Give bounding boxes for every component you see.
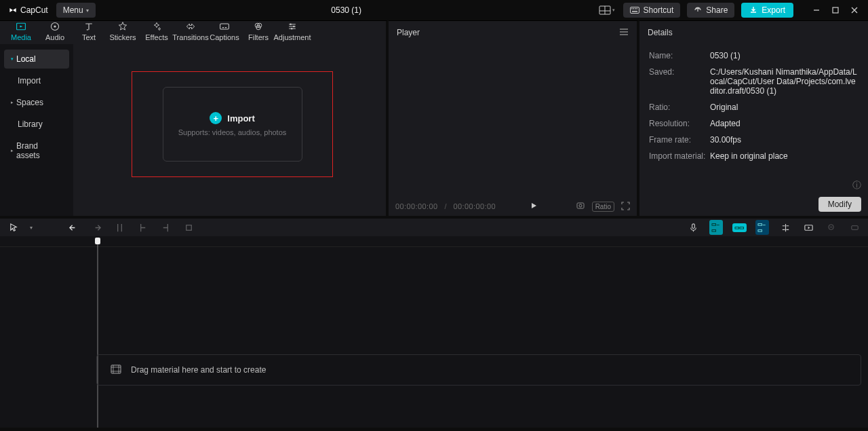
tab-adjustment[interactable]: Adjustment (275, 20, 309, 44)
preview-render-button[interactable] (802, 221, 815, 234)
sidebar-item-local[interactable]: ▾Local (4, 50, 69, 69)
tab-stickers[interactable]: Stickers (106, 20, 140, 44)
timeline-drop-hint: Drag material here and start to create (131, 365, 266, 375)
details-title: Details (648, 28, 673, 37)
fullscreen-button[interactable] (621, 202, 630, 212)
import-dropzone[interactable]: + Import Supports: videos, audios, photo… (163, 87, 302, 162)
trim-left-button (136, 221, 149, 234)
svg-point-20 (291, 28, 292, 29)
titlebar: CapCut Menu ▾ 0530 (1) ▾ Shortcut Share … (0, 0, 868, 20)
titlebar-right: ▾ Shortcut Share Export (597, 3, 864, 18)
film-icon (111, 364, 121, 376)
svg-point-19 (293, 26, 294, 27)
help-icon[interactable]: ⓘ (852, 179, 861, 191)
magnet-link-button[interactable]: ▭–▭ (755, 221, 769, 234)
sidebar-item-spaces[interactable]: ▸Spaces (4, 93, 69, 112)
pointer-dropdown[interactable]: ▾ (24, 221, 38, 234)
effects-icon (151, 21, 162, 32)
split-button (113, 221, 126, 234)
tab-audio[interactable]: Audio (38, 20, 72, 44)
export-button[interactable]: Export (741, 3, 793, 18)
svg-rect-10 (833, 7, 838, 13)
player-title: Player (397, 28, 420, 37)
details-panel: Name:0530 (1) Saved:C:/Users/Kushani Nim… (639, 44, 868, 216)
maximize-button[interactable] (826, 3, 845, 18)
main-tabs: Media Audio Text Stickers Effects Transi… (0, 20, 389, 44)
import-row: + Import (210, 112, 254, 124)
pointer-tool[interactable] (7, 221, 20, 234)
details-import-label: Import material: (649, 151, 710, 161)
shortcut-button[interactable]: Shortcut (623, 3, 681, 18)
svg-rect-4 (631, 8, 633, 10)
player-header: Player (389, 20, 639, 44)
ratio-button[interactable]: Ratio (592, 202, 614, 212)
keyboard-icon (630, 7, 639, 14)
panel-headers: Media Audio Text Stickers Effects Transi… (0, 20, 868, 44)
timeline[interactable]: Drag material here and start to create (0, 236, 868, 428)
svg-point-22 (579, 204, 582, 207)
trim-right-button (159, 221, 172, 234)
details-ratio-label: Ratio: (649, 102, 710, 112)
modify-button[interactable]: Modify (818, 197, 861, 212)
tab-captions[interactable]: Captions (208, 20, 241, 44)
tab-transitions[interactable]: Transitions (174, 20, 208, 44)
details-name-value: 0530 (1) (710, 51, 859, 60)
details-saved-label: Saved: (649, 67, 710, 96)
import-highlight: + Import Supports: videos, audios, photo… (132, 71, 333, 177)
zoom-out-button (825, 221, 838, 234)
text-icon (83, 21, 94, 32)
audio-icon (50, 21, 60, 32)
details-ratio-value: Original (710, 102, 859, 112)
play-button[interactable] (530, 202, 538, 211)
svg-rect-27 (851, 225, 857, 229)
svg-rect-6 (635, 8, 636, 10)
chevron-down-icon: ▾ (612, 7, 615, 13)
timeline-ruler[interactable] (0, 236, 868, 247)
captions-icon (219, 21, 230, 32)
track-toggle-button (848, 221, 861, 234)
timeline-drop-track[interactable]: Drag material here and start to create (96, 354, 861, 386)
sidebar-item-import[interactable]: Import (4, 71, 69, 90)
svg-point-18 (290, 24, 291, 25)
details-header: Details (639, 20, 868, 44)
minimize-button[interactable] (807, 3, 826, 18)
tab-media[interactable]: Media (4, 20, 38, 44)
app-name: CapCut (20, 5, 48, 15)
tab-text[interactable]: Text (72, 20, 106, 44)
svg-rect-23 (186, 225, 191, 230)
record-voiceover-button[interactable] (686, 221, 700, 234)
share-button[interactable]: Share (687, 3, 734, 18)
media-icon (16, 21, 26, 32)
sidebar-item-brand-assets[interactable]: ▸Brand assets (4, 136, 69, 165)
menu-button[interactable]: Menu ▾ (56, 3, 96, 18)
triangle-right-icon: ▸ (11, 100, 14, 105)
undo-button[interactable] (66, 221, 80, 234)
svg-rect-7 (636, 8, 637, 10)
share-icon (694, 6, 702, 14)
stickers-icon (117, 21, 128, 32)
layout-button[interactable]: ▾ (597, 3, 616, 18)
details-name-label: Name: (649, 51, 710, 60)
close-button[interactable] (845, 3, 864, 18)
svg-rect-3 (630, 7, 639, 14)
project-title: 0530 (1) (96, 5, 597, 15)
playhead[interactable] (95, 238, 100, 247)
player-menu-button[interactable] (619, 28, 629, 38)
svg-point-13 (54, 25, 56, 27)
svg-rect-8 (632, 11, 637, 12)
svg-rect-24 (692, 223, 694, 228)
delete-button (182, 221, 195, 234)
magnet-main-button[interactable]: ▭–▭ (709, 221, 723, 234)
plus-circle-icon: + (210, 112, 222, 124)
snapshot-button[interactable] (576, 201, 585, 212)
time-total: 00:00:00:00 (454, 202, 496, 210)
import-subtext: Supports: videos, audios, photos (178, 128, 287, 136)
sidebar-item-library[interactable]: Library (4, 115, 69, 134)
adjustment-icon (287, 21, 298, 32)
svg-rect-28 (111, 365, 121, 373)
tab-filters[interactable]: Filters (241, 20, 275, 44)
tab-effects[interactable]: Effects (140, 20, 174, 44)
triangle-down-icon: ▾ (11, 56, 14, 62)
magnet-auto-button[interactable]: ▭▭ (732, 221, 746, 234)
align-button[interactable] (778, 221, 792, 234)
